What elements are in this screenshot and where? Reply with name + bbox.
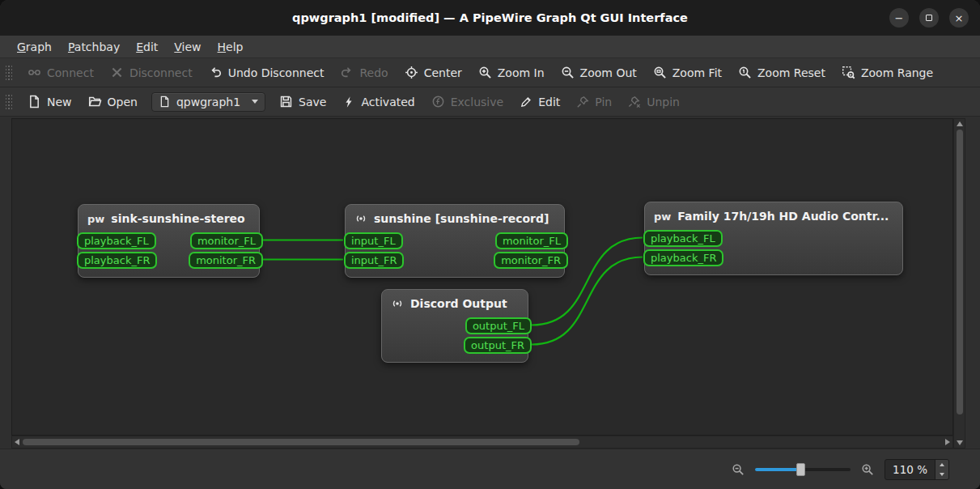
window-title: qpwgraph1 [modified] — A PipeWire Graph … [292, 11, 688, 24]
edit-button[interactable]: Edit [512, 91, 567, 113]
undo-icon [209, 66, 223, 79]
node-title: sunshine [sunshine-record] [374, 212, 549, 225]
exclusive-icon [431, 95, 445, 108]
zoom-in-button[interactable]: Zoom In [471, 62, 552, 83]
zoom-fit-button[interactable]: Zoom Fit [646, 62, 729, 83]
patchbay-file-icon [159, 96, 171, 108]
new-button[interactable]: New [20, 91, 79, 113]
connect-button[interactable]: Connect [20, 62, 101, 83]
zoom-spinbox[interactable]: 110 % [885, 459, 949, 480]
scroll-up-arrow[interactable] [957, 121, 963, 126]
pin-button[interactable]: Pin [569, 91, 619, 113]
menu-patchbay[interactable]: Patchbay [61, 38, 127, 56]
zoom-in-icon[interactable] [861, 463, 874, 476]
media-node-icon [391, 297, 404, 310]
pipewire-icon: pw [654, 210, 671, 223]
menu-graph[interactable]: Graph [10, 38, 59, 56]
port-input[interactable]: playback_FL [77, 232, 156, 249]
chevron-down-icon [252, 100, 258, 104]
connect-icon [28, 66, 41, 79]
pin-label: Pin [595, 96, 612, 108]
zoom-range-button[interactable]: Zoom Range [834, 62, 940, 83]
spin-buttons [935, 460, 948, 479]
zoom-slider[interactable] [755, 468, 851, 471]
unpin-button[interactable]: Unpin [621, 91, 687, 113]
vertical-scroll-thumb[interactable] [957, 130, 963, 415]
port-input[interactable]: playback_FR [643, 249, 723, 266]
graph-canvas[interactable]: pwsink-sunshine-stereoplayback_FLmonitor… [11, 118, 953, 436]
horizontal-scrollbar[interactable] [11, 436, 953, 449]
redo-button[interactable]: Redo [333, 62, 395, 83]
pipewire-icon: pw [87, 213, 104, 225]
port-output[interactable]: output_FL [465, 317, 532, 334]
node-header[interactable]: pwFamily 17h/19h HD Audio Contr... [645, 202, 902, 230]
patchbay-combo[interactable]: qpwgraph1 [151, 92, 265, 112]
port-input[interactable]: playback_FR [77, 252, 157, 269]
open-button[interactable]: Open [81, 91, 145, 113]
menu-view[interactable]: View [167, 38, 208, 56]
activated-label: Activated [361, 96, 414, 108]
node-header[interactable]: sunshine [sunshine-record] [346, 205, 564, 232]
open-label: Open [108, 96, 138, 108]
node-title: Family 17h/19h HD Audio Contr... [677, 210, 889, 223]
graph-toolbar: Connect Disconnect Undo Disconnect Redo … [0, 58, 980, 87]
scroll-left-arrow[interactable] [15, 439, 19, 445]
zoom-in-label: Zoom In [498, 66, 545, 79]
scroll-down-arrow[interactable] [957, 440, 963, 445]
save-button[interactable]: Save [272, 91, 333, 113]
patchbay-combo-value: qpwgraph1 [176, 96, 240, 108]
zoom-in-icon [478, 66, 492, 79]
spin-down-button[interactable] [935, 470, 948, 479]
port-output[interactable]: output_FR [464, 337, 532, 354]
qpwgraph-window: qpwgraph1 [modified] — A PipeWire Graph … [0, 0, 980, 489]
graph-node-family[interactable]: pwFamily 17h/19h HD Audio Contr...playba… [644, 202, 903, 275]
horizontal-scroll-thumb[interactable] [23, 439, 579, 445]
minimize-button[interactable]: − [889, 8, 909, 28]
graph-node-discord[interactable]: Discord Outputoutput_FLoutput_FR [381, 289, 528, 363]
center-label: Center [424, 66, 462, 79]
close-button[interactable]: × [949, 8, 969, 28]
maximize-button[interactable] [919, 8, 939, 28]
unpin-icon [628, 96, 641, 108]
statusbar: 110 % [0, 449, 980, 489]
center-button[interactable]: Center [397, 62, 469, 83]
port-input[interactable]: input_FL [344, 232, 403, 249]
zoom-out-button[interactable]: Zoom Out [554, 62, 644, 83]
exclusive-button[interactable]: Exclusive [424, 91, 511, 113]
node-title: sink-sunshine-stereo [111, 212, 244, 225]
toolbar-grip[interactable] [6, 93, 12, 111]
node-header[interactable]: pwsink-sunshine-stereo [78, 205, 259, 232]
scroll-right-arrow[interactable] [945, 439, 950, 445]
zoom-out-label: Zoom Out [580, 66, 637, 79]
port-output[interactable]: monitor_FL [190, 232, 263, 249]
port-input[interactable]: playback_FL [643, 230, 723, 247]
menu-edit[interactable]: Edit [129, 38, 165, 56]
graph-node-sunshine[interactable]: sunshine [sunshine-record]input_FLmonito… [345, 204, 565, 278]
graph-node-sink[interactable]: pwsink-sunshine-stereoplayback_FLmonitor… [78, 204, 260, 278]
vertical-scrollbar[interactable] [953, 118, 965, 449]
toolbar-grip[interactable] [6, 64, 12, 82]
port-input[interactable]: input_FR [344, 252, 404, 269]
zoom-reset-button[interactable]: Zoom Reset [731, 62, 833, 83]
spin-up-button[interactable] [935, 460, 948, 470]
redo-label: Redo [359, 66, 388, 79]
titlebar[interactable]: qpwgraph1 [modified] — A PipeWire Graph … [0, 0, 980, 36]
zoom-value[interactable]: 110 % [885, 460, 935, 479]
disconnect-icon [110, 66, 124, 79]
window-controls: − × [889, 0, 969, 36]
zoom-slider-handle[interactable] [796, 463, 805, 476]
open-folder-icon [88, 95, 102, 108]
node-header[interactable]: Discord Output [382, 290, 528, 317]
zoom-out-icon[interactable] [732, 463, 745, 476]
disconnect-button[interactable]: Disconnect [103, 62, 200, 83]
undo-disconnect-button[interactable]: Undo Disconnect [202, 62, 332, 83]
menu-help[interactable]: Help [210, 38, 251, 56]
port-output[interactable]: monitor_FR [189, 252, 263, 269]
activated-button[interactable]: Activated [335, 91, 422, 113]
port-output[interactable]: monitor_FR [494, 252, 568, 269]
media-node-icon [354, 212, 367, 225]
redo-icon [340, 66, 354, 79]
port-output[interactable]: monitor_FL [495, 232, 568, 249]
pin-icon [576, 96, 589, 108]
zoom-out-icon [561, 66, 575, 79]
